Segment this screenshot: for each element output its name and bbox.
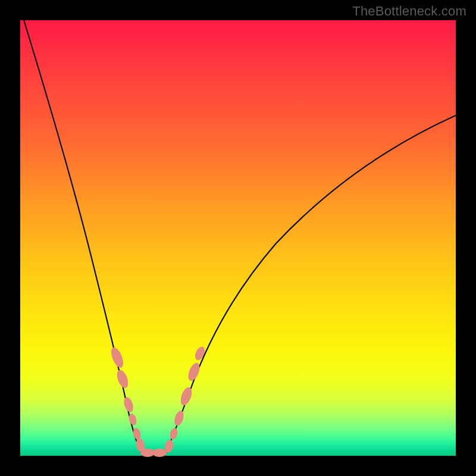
plot-area [20,20,456,456]
curve-marker [152,449,167,457]
curve-marker [109,346,126,369]
curve-marker [122,396,134,413]
left-branch [20,8,143,456]
watermark-text: TheBottleneck.com [352,4,466,19]
curve-marker [178,386,194,407]
marker-group [109,345,206,457]
bottleneck-curve-svg [20,20,456,456]
curve-marker [173,409,185,427]
curve-marker [186,361,202,383]
curve-marker [115,368,130,390]
curve-marker [168,427,178,441]
right-branch [164,115,456,456]
